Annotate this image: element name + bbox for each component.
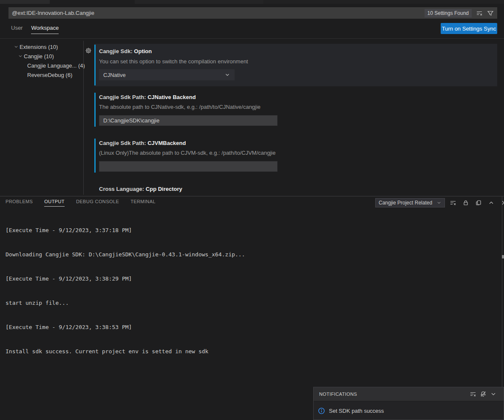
- notifications-title: NOTIFICATIONS: [319, 392, 469, 397]
- settings-count-badge: 10 Settings Found: [425, 9, 472, 17]
- maximize-panel-icon[interactable]: [487, 199, 496, 207]
- setting-title: Cross Language: Cpp Directory: [99, 186, 182, 192]
- setting-description: The absolute path to CJNative-sdk, e.g.:…: [99, 104, 260, 110]
- select-value: Cangjie Project Related: [379, 200, 432, 206]
- settings-search-bar: 10 Settings Found: [8, 7, 497, 19]
- open-output-in-editor-icon[interactable]: [474, 199, 483, 207]
- notification-item[interactable]: Set SDK path success: [314, 401, 504, 420]
- toc-item-label: Cangjie (10): [24, 53, 54, 60]
- output-scrollbar-thumb[interactable]: [502, 255, 504, 258]
- clear-output-icon[interactable]: [449, 199, 457, 207]
- modified-indicator: [94, 139, 96, 173]
- tab-terminal[interactable]: TERMINAL: [130, 199, 156, 207]
- select-value: CJNative: [103, 72, 126, 78]
- tab-debug-console[interactable]: DEBUG CONSOLE: [76, 199, 119, 207]
- editor-tab-segment: [0, 0, 50, 4]
- lock-icon[interactable]: [462, 199, 470, 207]
- notifications-center: NOTIFICATIONS Set SDK path success: [313, 387, 504, 420]
- do-not-disturb-icon[interactable]: [479, 390, 487, 398]
- sdk-option-select[interactable]: CJNative: [99, 69, 235, 80]
- output-channel-select[interactable]: Cangjie Project Related: [375, 198, 445, 207]
- panel-separator: [0, 196, 504, 196]
- toc-item-extensions[interactable]: Extensions (10): [0, 42, 83, 51]
- tab-problems[interactable]: PROBLEMS: [6, 199, 33, 207]
- cjnative-sdk-path-input[interactable]: [99, 115, 277, 126]
- setting-title: Cangjie Sdk Path: CJNative Backend: [99, 94, 196, 100]
- notification-message: Set SDK path success: [329, 408, 384, 414]
- output-line: [Execute Time - 9/12/2023, 3:38:53 PM]: [6, 323, 494, 331]
- cjvm-sdk-path-input[interactable]: [99, 161, 277, 172]
- editor-tab-segment-active: [50, 0, 135, 4]
- chevron-down-icon: [436, 200, 442, 205]
- toc-item-cangjie-language[interactable]: Cangjie Language... (4): [0, 61, 83, 70]
- modified-indicator: [94, 93, 96, 127]
- tab-workspace[interactable]: Workspace: [31, 25, 59, 34]
- settings-toc: Extensions (10) Cangjie (10) Cangjie Lan…: [0, 42, 83, 79]
- filter-icon[interactable]: [486, 9, 495, 17]
- toc-item-label: ReverseDebug (6): [27, 72, 72, 78]
- clear-search-results-icon[interactable]: [475, 9, 484, 17]
- output-log[interactable]: [Execute Time - 9/12/2023, 3:37:18 PM] D…: [6, 210, 494, 363]
- modified-indicator: [94, 45, 96, 85]
- header-separator: [0, 38, 504, 39]
- chevron-down-icon: [224, 72, 230, 78]
- setting-title: Cangjie Sdk: Option: [99, 48, 152, 54]
- info-icon: [318, 407, 325, 414]
- chevron-down-icon: [17, 53, 24, 60]
- panel-tabs: PROBLEMS OUTPUT DEBUG CONSOLE TERMINAL: [6, 199, 156, 207]
- tab-user[interactable]: User: [11, 25, 23, 34]
- output-line: start unzip file...: [6, 299, 494, 307]
- notifications-header: NOTIFICATIONS: [314, 387, 504, 401]
- setting-description: (Linux Only)The absolute path to CJVM-sd…: [99, 150, 275, 156]
- output-line: [Execute Time - 9/12/2023, 3:38:29 PM]: [6, 275, 494, 283]
- clear-all-notifications-icon[interactable]: [469, 390, 477, 398]
- output-line: Install sdk success. Current project env…: [6, 347, 494, 355]
- panel-actions: [449, 199, 504, 207]
- toc-item-label: Extensions (10): [20, 44, 58, 50]
- editor-tab-strip: [0, 0, 504, 4]
- setting-title: Cangjie Sdk Path: CJVMBackend: [99, 140, 186, 146]
- output-line: [Execute Time - 9/12/2023, 3:37:18 PM]: [6, 226, 494, 234]
- editor-tab-segment: [135, 0, 263, 4]
- tab-output[interactable]: OUTPUT: [44, 199, 65, 207]
- setting-description: You can set this option to switch the co…: [99, 58, 248, 65]
- settings-scope-tabs: User Workspace: [11, 25, 59, 34]
- gear-icon[interactable]: [85, 47, 92, 54]
- chevron-down-icon: [13, 43, 20, 50]
- settings-search-input[interactable]: [8, 7, 425, 19]
- output-line: Downloading Cangjie SDK: D:\CangjieSDK\C…: [6, 250, 494, 258]
- toc-item-label: Cangjie Language... (4): [27, 62, 85, 69]
- toc-item-reversedebug[interactable]: ReverseDebug (6): [0, 70, 83, 79]
- collapse-notifications-icon[interactable]: [489, 390, 498, 398]
- turn-on-settings-sync-button[interactable]: Turn on Settings Sync: [441, 23, 497, 34]
- toc-item-cangjie[interactable]: Cangjie (10): [0, 51, 83, 61]
- toc-settings-sash[interactable]: [83, 41, 84, 195]
